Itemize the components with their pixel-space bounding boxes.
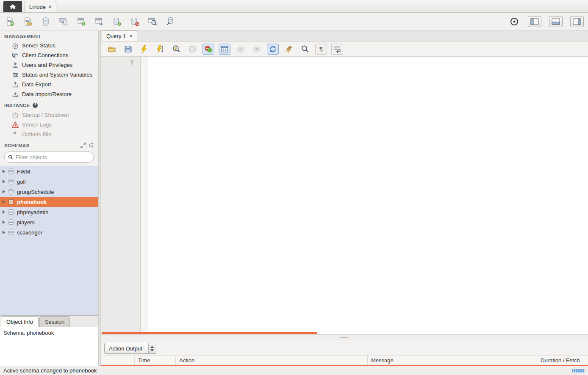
column-status-icon — [101, 356, 135, 365]
open-script-button[interactable] — [106, 44, 118, 55]
expander-icon[interactable] — [3, 170, 5, 173]
expand-schemas-icon[interactable] — [80, 143, 86, 148]
object-info-panel: Schema: phonebook — [0, 327, 98, 366]
open-sql-script-button[interactable]: SQL — [22, 16, 34, 28]
sidebar-item-label: Server Logs — [22, 121, 52, 128]
sidebar-item-startup-shutdown[interactable]: Startup / Shutdown — [0, 110, 98, 120]
object-info-text: Schema: phonebook — [3, 330, 54, 336]
toggle-bottom-panel-button[interactable] — [549, 16, 563, 27]
magnifier-icon — [301, 45, 309, 53]
resize-grip[interactable] — [572, 369, 585, 372]
horizontal-scrollbar[interactable] — [102, 332, 317, 334]
output-type-select[interactable]: Action Output — [104, 343, 156, 354]
schema-row-groupschedule[interactable]: groupSchedule — [0, 187, 98, 197]
schema-label: players — [17, 219, 35, 226]
create-schema-button[interactable] — [111, 16, 123, 28]
toggle-invisible-characters-button[interactable]: ¶ — [315, 44, 327, 55]
sidebar-item-label: Options File — [22, 131, 51, 138]
output-splitter[interactable]: •••• — [101, 334, 588, 341]
drop-schema-icon — [130, 17, 139, 26]
close-icon[interactable]: × — [129, 33, 133, 39]
sidebar-item-label: Data Export — [22, 81, 51, 88]
open-sql-script-icon: SQL — [23, 17, 33, 26]
connection-status-button[interactable] — [508, 16, 520, 28]
client-connections-icon — [12, 52, 19, 59]
refresh-schemas-icon[interactable] — [89, 143, 94, 148]
execute-current-statement-button[interactable] — [154, 44, 166, 55]
schema-icon — [8, 168, 14, 175]
clear-query-button[interactable] — [283, 44, 295, 55]
server-status-icon — [12, 42, 19, 49]
close-icon[interactable]: × — [48, 4, 52, 10]
svg-text:SQL: SQL — [25, 20, 31, 22]
status-bar: Active schema changed to phonebook — [0, 366, 588, 375]
stop-query-button[interactable] — [186, 44, 198, 55]
new-sql-tab-button[interactable]: SQL — [4, 16, 16, 28]
create-schema-icon — [112, 17, 122, 26]
drop-schema-button[interactable] — [129, 16, 141, 28]
schema-row-phonebook[interactable]: phonebook — [0, 197, 98, 207]
explain-query-button[interactable] — [170, 44, 182, 55]
new-table-button[interactable] — [93, 16, 105, 28]
commit-button[interactable] — [235, 44, 247, 55]
manage-connections-icon — [59, 17, 68, 26]
sql-code-editor[interactable]: 1 — [101, 57, 588, 334]
find-button[interactable] — [299, 44, 311, 55]
schema-icon — [8, 229, 14, 236]
expander-icon[interactable] — [3, 180, 5, 183]
tab-session[interactable]: Session — [39, 316, 70, 327]
manage-connections-button[interactable] — [58, 16, 69, 28]
left-panel-icon — [530, 18, 539, 25]
sidebar-item-data-import[interactable]: Data Import/Restore — [0, 89, 98, 99]
toggle-stop-on-error-button[interactable] — [202, 44, 214, 55]
sidebar-item-server-logs[interactable]: Server Logs — [0, 120, 98, 130]
sidebar-item-client-connections[interactable]: Client Connections — [0, 50, 98, 60]
database-button[interactable] — [40, 16, 52, 28]
sidebar-item-status-system-variables[interactable]: Status and System Variables — [0, 70, 98, 80]
rollback-cross-icon — [252, 45, 261, 53]
save-script-button[interactable] — [122, 44, 134, 55]
expander-icon[interactable] — [3, 190, 5, 193]
schema-row-phpmyadmin[interactable]: phpmyadmin — [0, 207, 98, 217]
schema-row-golf[interactable]: golf — [0, 176, 98, 187]
connection-tab[interactable]: Linode × — [25, 1, 56, 12]
mysql-workbench-window: Linode × SQL SQL — [0, 0, 588, 375]
rollback-button[interactable] — [251, 44, 263, 55]
expander-icon[interactable] — [3, 221, 5, 224]
database-connect-button[interactable] — [164, 16, 176, 28]
toggle-autocommit-button[interactable] — [267, 44, 279, 55]
code-area[interactable] — [148, 57, 588, 334]
toggle-left-panel-button[interactable] — [528, 16, 541, 27]
search-table-data-button[interactable] — [147, 16, 158, 28]
sidebar-item-options-file[interactable]: Options File — [0, 130, 98, 139]
tab-query-1[interactable]: Query 1 × — [102, 30, 137, 41]
instance-config-icon[interactable] — [32, 102, 38, 108]
home-tab[interactable] — [3, 1, 22, 12]
schema-row-players[interactable]: players — [0, 217, 98, 227]
new-schema-button[interactable] — [75, 16, 87, 28]
combo-spinner[interactable] — [148, 343, 156, 353]
server-logs-icon — [12, 121, 19, 128]
sidebar-item-users-privileges[interactable]: Users and Privileges — [0, 60, 98, 70]
filter-objects-input[interactable] — [16, 154, 90, 160]
toggle-limit-rows-button[interactable] — [219, 44, 230, 55]
schema-icon — [8, 209, 14, 215]
toggle-right-panel-button[interactable] — [570, 16, 584, 27]
execute-query-button[interactable] — [138, 44, 150, 55]
sidebar-item-server-status[interactable]: Server Status — [0, 41, 98, 50]
tab-object-info[interactable]: Object Info — [1, 316, 39, 327]
toggle-word-wrap-button[interactable] — [331, 44, 343, 55]
editor-toolbar: ¶ — [101, 41, 588, 57]
sql-editor-area: Query 1 × — [101, 30, 588, 366]
tab-object-info-label: Object Info — [6, 319, 33, 325]
schema-label: FWM — [17, 168, 30, 175]
schema-row-fwm[interactable]: FWM — [0, 166, 98, 176]
search-icon — [8, 154, 13, 160]
expander-icon[interactable] — [3, 231, 5, 234]
sidebar-item-data-export[interactable]: Data Export — [0, 80, 98, 89]
power-icon — [12, 112, 19, 119]
expander-icon[interactable] — [3, 210, 5, 214]
expander-icon[interactable] — [3, 200, 5, 204]
schema-row-scavenger[interactable]: scavenger — [0, 227, 98, 237]
column-action: Action — [176, 356, 368, 365]
